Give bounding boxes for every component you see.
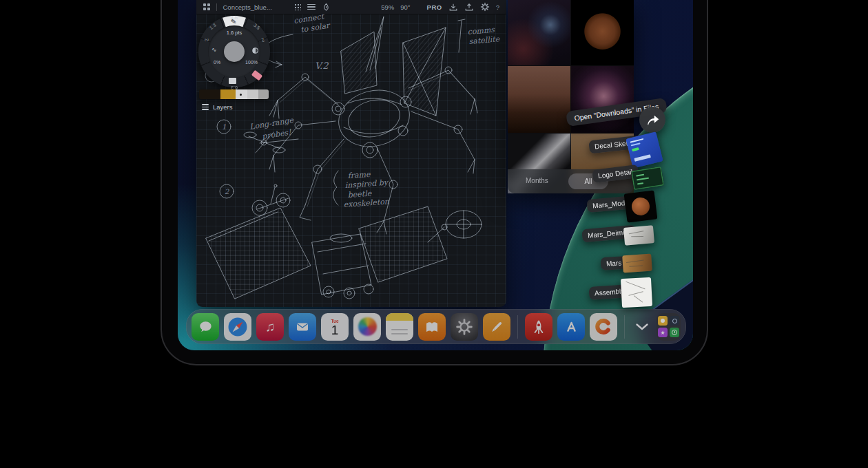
safari-app-icon[interactable] <box>224 313 251 341</box>
photos-app-icon[interactable] <box>353 313 381 341</box>
gear-icon <box>455 318 473 336</box>
pen-nib-icon[interactable] <box>322 3 331 12</box>
opacity-icon <box>252 47 258 54</box>
pro-badge[interactable]: PRO <box>427 3 442 11</box>
color-palette-strip[interactable] <box>199 89 269 99</box>
mail-app-icon[interactable] <box>289 313 316 341</box>
messages-app-icon[interactable] <box>192 313 219 341</box>
export-share-icon[interactable] <box>464 3 474 12</box>
app-store-a-icon <box>562 317 581 336</box>
app-library-mini-camera <box>670 316 679 326</box>
settings-gear-icon[interactable] <box>480 2 490 12</box>
dock-separator <box>517 315 518 339</box>
drag-thumb-mars-model[interactable] <box>624 190 658 222</box>
layers-label: Layers <box>213 103 233 111</box>
tool-wheel-knob[interactable] <box>224 41 245 62</box>
tab-months[interactable]: Months <box>526 177 548 184</box>
brush-tool-wheel[interactable]: ✎ 1.6 1.3 3.5 ∿ ∿ 1.6 pts ∿ 0% 100% 6.3 <box>198 16 270 87</box>
drawing-pen-app-icon[interactable] <box>483 313 510 341</box>
ipad-screen: connect to solar comms satellite V.2 Lon… <box>178 0 693 350</box>
dock: ♫ Tue 1 <box>186 309 686 344</box>
rocket-app-icon[interactable] <box>525 313 552 341</box>
concepts-toolbar: Concepts_blue... 59% 90° PRO <box>196 0 506 14</box>
fill-tool-icon[interactable] <box>229 78 236 84</box>
document-title[interactable]: Concepts_blue... <box>223 3 272 11</box>
envelope-icon <box>294 319 311 335</box>
active-brush-detail: 1.6 pts <box>198 30 270 36</box>
help-icon[interactable]: ? <box>496 3 499 11</box>
dots-grid-icon[interactable] <box>294 3 301 10</box>
music-app-icon[interactable]: ♫ <box>256 313 284 341</box>
share-forward-button[interactable] <box>639 107 665 133</box>
layers-menu-icon <box>202 104 209 110</box>
music-note-icon: ♫ <box>265 319 275 334</box>
forward-arrow-icon <box>645 113 660 127</box>
swatch-black[interactable] <box>199 89 220 99</box>
photo-grid <box>508 0 634 193</box>
app-library-icon[interactable]: ★ <box>657 313 681 341</box>
app-library-mini-star: ★ <box>658 328 668 337</box>
calendar-app-icon[interactable]: Tue 1 <box>321 313 349 341</box>
stage: connect to solar comms satellite V.2 Lon… <box>0 0 868 468</box>
calendar-day: 1 <box>331 323 339 337</box>
app-library-mini-clock <box>670 328 679 337</box>
photo-horsehead-nebula[interactable] <box>508 0 570 65</box>
notes-app-icon[interactable] <box>386 313 413 341</box>
photo-mars-globe[interactable] <box>571 0 634 65</box>
import-icon[interactable] <box>448 3 458 12</box>
concepts-c-icon <box>595 317 613 336</box>
layers-button[interactable]: Layers <box>202 103 233 111</box>
photos-flower-icon <box>358 317 377 336</box>
compass-icon <box>226 315 249 339</box>
dock-separator <box>624 315 625 339</box>
swatch-gray[interactable] <box>247 89 258 99</box>
ipad-device-frame: connect to solar comms satellite V.2 Lon… <box>161 0 708 365</box>
drag-thumb-mars-deimos[interactable] <box>623 225 654 246</box>
speech-bubble-icon <box>198 319 214 334</box>
layers-stack-icon[interactable] <box>307 4 316 10</box>
opacity-min: 0% <box>214 60 220 65</box>
drag-thumb-mars[interactable] <box>622 254 652 273</box>
notes-header-strip <box>386 313 413 321</box>
zoom-level[interactable]: 59% <box>381 3 394 11</box>
concepts-app-window: connect to solar comms satellite V.2 Lon… <box>196 0 506 307</box>
rotation-angle[interactable]: 90° <box>400 3 410 11</box>
app-library-mini-bulb <box>658 316 668 326</box>
settings-app-icon[interactable] <box>451 313 478 341</box>
books-app-icon[interactable] <box>418 313 446 341</box>
chevron-down-icon <box>636 323 648 330</box>
swatch-gold[interactable] <box>220 89 236 99</box>
marker-2: 2 <box>225 188 229 195</box>
opacity-max: 100% <box>245 60 258 65</box>
active-brush-size: 1.6 <box>198 14 270 21</box>
concepts-app-icon[interactable] <box>590 313 617 341</box>
swatch-dark-gray[interactable] <box>258 89 269 99</box>
marker-1: 1 <box>222 123 226 131</box>
dock-collapse-chevron[interactable] <box>632 313 652 341</box>
app-store-app-icon[interactable] <box>557 313 585 341</box>
rocket-icon <box>530 318 548 336</box>
annotation-probes-2: probes! <box>260 127 292 141</box>
open-book-icon <box>424 319 440 335</box>
smoothing-icon: ∿ <box>211 46 217 53</box>
annotation-comms-2: satellite <box>468 34 501 46</box>
pen-icon <box>488 318 506 336</box>
home-grid-icon[interactable] <box>203 3 210 10</box>
selected-swatch-dot <box>240 94 242 96</box>
drag-thumb-assembly[interactable] <box>621 277 652 308</box>
photo-mars-surface[interactable] <box>508 66 570 133</box>
photos-app-window: Months All <box>508 0 634 193</box>
annotation-version: V.2 <box>315 61 329 71</box>
